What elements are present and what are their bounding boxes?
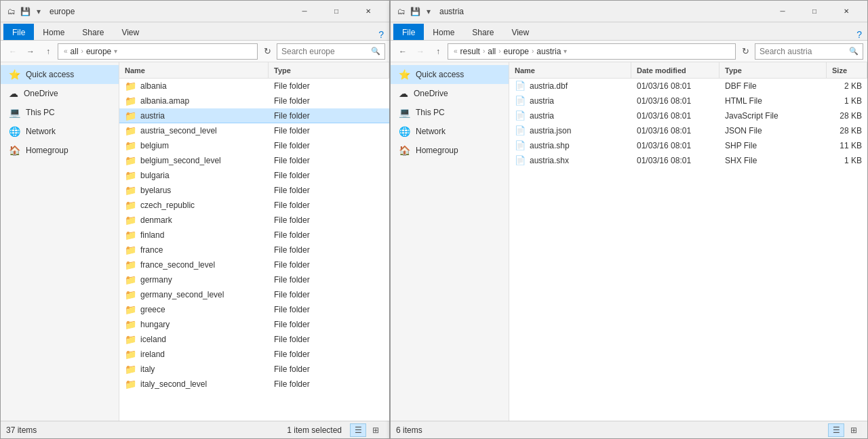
left-address-path[interactable]: « all › europe ▾: [58, 43, 258, 60]
left-file-row-16[interactable]: 📁 hungary File folder: [119, 317, 389, 332]
left-cell-type-1: File folder: [269, 93, 389, 108]
right-file-row-0[interactable]: 📄 austria.dbf 01/03/16 08:01 DBF File 2 …: [509, 79, 867, 93]
left-tab-share[interactable]: Share: [73, 24, 113, 40]
right-window-menu-icon[interactable]: 🗂: [396, 6, 407, 17]
left-file-row-17[interactable]: 📁 iceland File folder: [119, 332, 389, 347]
left-file-row-18[interactable]: 📁 ireland File folder: [119, 347, 389, 362]
right-sidebar-thispc[interactable]: 💻 This PC: [391, 103, 509, 122]
left-file-row-10[interactable]: 📁 finland File folder: [119, 228, 389, 243]
left-file-row-2[interactable]: 📁 austria File folder: [119, 108, 389, 123]
left-sidebar-network[interactable]: 🌐 Network: [1, 122, 119, 141]
right-col-name-header[interactable]: Name: [509, 62, 631, 78]
left-file-row-15[interactable]: 📁 greece File folder: [119, 302, 389, 317]
right-address-path[interactable]: « result › all › europe › austria ▾: [448, 43, 736, 60]
left-col-type-header[interactable]: Type: [269, 62, 389, 78]
right-col-size-header[interactable]: Size: [827, 62, 867, 78]
left-minimize-btn[interactable]: ─: [289, 1, 320, 22]
left-tab-home[interactable]: Home: [34, 24, 73, 40]
right-maximize-btn[interactable]: □: [799, 1, 830, 22]
right-thispc-label: This PC: [416, 108, 445, 117]
left-file-row-5[interactable]: 📁 belgium_second_level File folder: [119, 153, 389, 168]
left-file-row-14[interactable]: 📁 germany_second_level File folder: [119, 287, 389, 302]
right-file-list[interactable]: Name Date modified Type Size 📄 austria.d…: [509, 62, 867, 421]
right-file-row-3[interactable]: 📄 austria.json 01/03/16 08:01 JSON File …: [509, 123, 867, 138]
left-file-row-0[interactable]: 📁 albania File folder: [119, 79, 389, 93]
right-sidebar-quick-access[interactable]: ⭐ Quick access: [391, 65, 509, 84]
right-file-row-5[interactable]: 📄 austria.shx 01/03/16 08:01 SHX File 1 …: [509, 153, 867, 168]
right-help-icon[interactable]: ?: [856, 29, 867, 40]
right-close-btn[interactable]: ✕: [831, 1, 862, 22]
left-close-btn[interactable]: ✕: [353, 1, 384, 22]
left-sidebar-onedrive[interactable]: ☁ OneDrive: [1, 84, 119, 103]
right-up-btn[interactable]: ↑: [430, 43, 446, 60]
right-file-row-2[interactable]: 📄 austria 01/03/16 08:01 JavaScript File…: [509, 108, 867, 123]
right-cell-name-5: 📄 austria.shx: [509, 153, 631, 167]
left-details-view-btn[interactable]: ☰: [350, 423, 366, 437]
right-tab-home[interactable]: Home: [424, 24, 463, 40]
left-file-row-9[interactable]: 📁 denmark File folder: [119, 213, 389, 228]
right-back-btn[interactable]: ←: [395, 43, 411, 60]
left-file-row-8[interactable]: 📁 czech_republic File folder: [119, 198, 389, 213]
left-properties-icon[interactable]: ▾: [33, 6, 44, 17]
right-forward-btn[interactable]: →: [412, 43, 429, 60]
left-file-row-4[interactable]: 📁 belgium File folder: [119, 138, 389, 153]
left-cell-type-15: File folder: [269, 302, 389, 316]
right-file-row-4[interactable]: 📄 austria.shp 01/03/16 08:01 SHP File 11…: [509, 138, 867, 153]
left-up-btn[interactable]: ↑: [40, 43, 56, 60]
left-forward-btn[interactable]: →: [22, 43, 39, 60]
left-file-row-6[interactable]: 📁 bulgaria File folder: [119, 168, 389, 183]
right-sidebar-onedrive[interactable]: ☁ OneDrive: [391, 84, 509, 103]
left-file-row-20[interactable]: 📁 italy_second_level File folder: [119, 377, 389, 392]
right-path-austria[interactable]: austria: [536, 47, 561, 56]
right-file-row-1[interactable]: 📄 austria 01/03/16 08:01 HTML File 1 KB: [509, 93, 867, 108]
left-maximize-btn[interactable]: □: [321, 1, 352, 22]
right-details-view-btn[interactable]: ☰: [828, 423, 844, 437]
right-search-input[interactable]: [760, 47, 846, 56]
left-path-europe[interactable]: europe: [86, 47, 111, 56]
left-tab-file[interactable]: File: [3, 24, 34, 40]
left-sidebar-thispc[interactable]: 💻 This PC: [1, 103, 119, 122]
left-path-all[interactable]: all: [71, 47, 79, 56]
right-refresh-btn[interactable]: ↻: [737, 43, 753, 60]
left-sidebar-homegroup[interactable]: 🏠 Homegroup: [1, 141, 119, 160]
left-tab-view[interactable]: View: [113, 24, 148, 40]
left-back-btn[interactable]: ←: [5, 43, 21, 60]
left-file-row-3[interactable]: 📁 austria_second_level File folder: [119, 123, 389, 138]
right-icons-view-btn[interactable]: ⊞: [846, 423, 862, 437]
right-col-date-header[interactable]: Date modified: [631, 62, 719, 78]
left-help-icon[interactable]: ?: [378, 29, 389, 40]
left-col-name-header[interactable]: Name: [119, 62, 269, 78]
right-path-result[interactable]: result: [460, 47, 480, 56]
left-filename-14: germany_second_level: [140, 290, 224, 299]
left-file-list[interactable]: Name Type 📁 albania File folder 📁 albani…: [119, 62, 389, 421]
right-properties-icon[interactable]: ▾: [423, 6, 434, 17]
left-save-icon[interactable]: 💾: [20, 6, 31, 17]
right-minimize-btn[interactable]: ─: [767, 1, 798, 22]
right-sidebar-homegroup[interactable]: 🏠 Homegroup: [391, 141, 509, 160]
left-icons-view-btn[interactable]: ⊞: [368, 423, 384, 437]
right-tab-share[interactable]: Share: [463, 24, 502, 40]
right-path-europe[interactable]: europe: [504, 47, 529, 56]
right-cell-date-0: 01/03/16 08:01: [631, 79, 719, 93]
left-search-input[interactable]: [281, 47, 368, 56]
left-file-row-7[interactable]: 📁 byelarus File folder: [119, 183, 389, 198]
left-file-row-19[interactable]: 📁 italy File folder: [119, 362, 389, 377]
left-file-row-13[interactable]: 📁 germany File folder: [119, 272, 389, 287]
left-refresh-btn[interactable]: ↻: [259, 43, 275, 60]
right-save-icon[interactable]: 💾: [410, 6, 420, 17]
right-col-type-header[interactable]: Type: [719, 62, 827, 78]
left-sidebar-quick-access[interactable]: ⭐ Quick access: [1, 65, 119, 84]
right-search-box[interactable]: 🔍: [755, 43, 863, 60]
right-tab-file[interactable]: File: [393, 24, 424, 40]
left-file-row-11[interactable]: 📁 france File folder: [119, 243, 389, 257]
left-cell-name-12: 📁 france_second_level: [119, 257, 269, 272]
right-path-all[interactable]: all: [488, 47, 496, 56]
left-search-box[interactable]: 🔍: [277, 43, 385, 60]
right-tab-view[interactable]: View: [502, 24, 538, 40]
right-sidebar-network[interactable]: 🌐 Network: [391, 122, 509, 141]
left-file-row-1[interactable]: 📁 albania.amap File folder: [119, 93, 389, 108]
left-window-menu-icon[interactable]: 🗂: [6, 6, 17, 17]
left-file-row-12[interactable]: 📁 france_second_level File folder: [119, 257, 389, 272]
left-filename-11: france: [140, 245, 163, 255]
left-onedrive-icon: ☁: [9, 88, 18, 99]
